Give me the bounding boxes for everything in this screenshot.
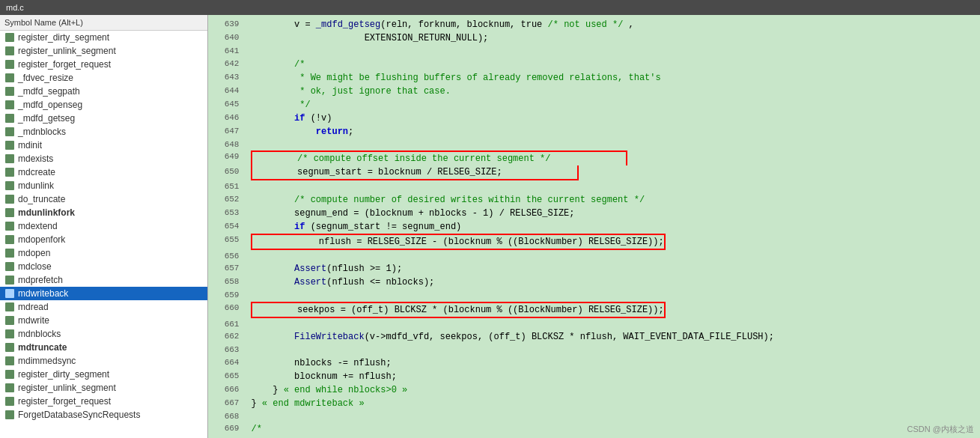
- sidebar-item-register_dirty_segment_2[interactable]: register_dirty_segment: [0, 368, 207, 381]
- code-row-639: 639 v = _mdfd_getseg(reln, forknum, bloc…: [208, 18, 980, 31]
- sidebar-item-mdwriteback[interactable]: mdwriteback: [0, 287, 207, 300]
- code-content[interactable]: 639 v = _mdfd_getseg(reln, forknum, bloc…: [208, 15, 980, 438]
- symbol-icon: [4, 342, 15, 353]
- symbol-icon: [4, 140, 15, 150]
- sidebar-item-mdclose[interactable]: mdclose: [0, 260, 207, 273]
- sidebar-item-do_truncate[interactable]: do_truncate: [0, 192, 207, 206]
- code-row-657: 657 Assert(nflush >= 1);: [208, 262, 980, 276]
- sidebar-item-label: mdtruncate: [18, 342, 67, 353]
- code-line-content: v = _mdfd_getseg(reln, forknum, blocknum…: [245, 18, 980, 31]
- sidebar-item-mdread[interactable]: mdread: [0, 300, 207, 314]
- symbol-icon: [4, 153, 15, 164]
- code-line-content: /*: [245, 58, 980, 71]
- code-line-content: [245, 180, 980, 193]
- code-row-655: 655 nflush = RELSEG_SIZE - (blocknum % (…: [208, 234, 980, 250]
- line-number: 661: [208, 318, 245, 331]
- symbol-icon: [4, 194, 15, 204]
- line-number: 641: [208, 45, 245, 58]
- sidebar-item-register_forget_request_2[interactable]: register_forget_request: [0, 395, 207, 408]
- sidebar-item-mdcreate[interactable]: mdcreate: [0, 165, 207, 179]
- code-panel: 639 v = _mdfd_getseg(reln, forknum, bloc…: [208, 15, 980, 438]
- sidebar-item-mdopen[interactable]: mdopen: [0, 246, 207, 260]
- sidebar-item-label: mdread: [18, 302, 49, 312]
- symbol-icon: [4, 167, 15, 177]
- code-row-666: 666 } « end while nblocks>0 »: [208, 383, 980, 397]
- symbol-icon: [4, 410, 15, 420]
- symbol-icon: [4, 73, 15, 83]
- sidebar-item-ForgetDatabaseSyncRequests[interactable]: ForgetDatabaseSyncRequests: [0, 408, 207, 422]
- sidebar-item-mdopenfork[interactable]: mdopenfork: [0, 233, 207, 246]
- line-number: 663: [208, 344, 245, 356]
- symbol-icon: [4, 46, 15, 56]
- symbol-icon: [4, 59, 15, 70]
- code-row-648: 648: [208, 139, 980, 151]
- code-line-content: /* compute offset inside the current seg…: [245, 150, 980, 165]
- sidebar-item-_mdfd_openseg[interactable]: _mdfd_openseg: [0, 98, 207, 112]
- line-number: 667: [208, 397, 245, 410]
- sidebar-item-label: mdinit: [18, 140, 42, 150]
- sidebar-item-label: mdunlink: [18, 180, 54, 191]
- title-bar: md.c: [0, 0, 980, 15]
- symbol-icon: [4, 234, 15, 245]
- sidebar-item-label: _mdfd_getseg: [18, 113, 75, 124]
- sidebar-item-label: register_unlink_segment: [18, 46, 116, 56]
- code-line-content: nblocks -= nflush;: [245, 356, 980, 370]
- code-line-content: segnum_start = blocknum / RELSEG_SIZE;: [245, 165, 980, 180]
- sidebar-item-mdprefetch[interactable]: mdprefetch: [0, 273, 207, 287]
- line-number: 654: [208, 220, 245, 234]
- code-row-658: 658 Assert(nflush <= nblocks);: [208, 276, 980, 289]
- sidebar-list[interactable]: register_dirty_segmentregister_unlink_se…: [0, 31, 207, 438]
- line-number: 645: [208, 98, 245, 112]
- watermark: CSDN @内核之道: [907, 424, 974, 435]
- sidebar-item-mdunlinkfork[interactable]: mdunlinkfork: [0, 206, 207, 219]
- sidebar-item-mdtruncate[interactable]: mdtruncate: [0, 341, 207, 354]
- line-number: 664: [208, 356, 245, 370]
- sidebar-item-label: mdexists: [18, 153, 53, 164]
- code-line-content: } « end mdwriteback »: [245, 397, 980, 410]
- sidebar-item-register_forget_request_1[interactable]: register_forget_request: [0, 58, 207, 71]
- code-row-668: 668: [208, 410, 980, 423]
- symbol-icon: [4, 221, 15, 231]
- code-line-content: return;: [245, 125, 980, 139]
- sidebar-item-register_unlink_segment_1[interactable]: register_unlink_segment: [0, 44, 207, 58]
- sidebar-item-mdexists[interactable]: mdexists: [0, 152, 207, 165]
- main-container: Symbol Name (Alt+L) register_dirty_segme…: [0, 15, 980, 438]
- sidebar-item-register_dirty_segment_1[interactable]: register_dirty_segment: [0, 31, 207, 44]
- code-row-659: 659: [208, 289, 980, 302]
- code-row-652: 652 /* compute number of desired writes …: [208, 193, 980, 207]
- sidebar-item-label: _mdnblocks: [18, 127, 66, 137]
- sidebar-item-mdwrite[interactable]: mdwrite: [0, 314, 207, 327]
- sidebar-header: Symbol Name (Alt+L): [0, 15, 207, 31]
- code-line-content: if (segnum_start != segnum_end): [245, 220, 980, 234]
- sidebar-item-label: register_forget_request: [18, 396, 111, 407]
- sidebar-item-_fdvec_resize[interactable]: _fdvec_resize: [0, 71, 207, 85]
- code-line-content: segnum_end = (blocknum + nblocks - 1) / …: [245, 207, 980, 220]
- code-line-content: [245, 45, 980, 58]
- sidebar-item-mdextend[interactable]: mdextend: [0, 219, 207, 233]
- sidebar: Symbol Name (Alt+L) register_dirty_segme…: [0, 15, 208, 438]
- code-line-content: [245, 344, 980, 356]
- symbol-icon: [4, 288, 15, 299]
- code-row-641: 641: [208, 45, 980, 58]
- symbol-icon: [4, 86, 15, 97]
- sidebar-item-_mdfd_getseg[interactable]: _mdfd_getseg: [0, 112, 207, 125]
- sidebar-item-_mdfd_segpath[interactable]: _mdfd_segpath: [0, 85, 207, 98]
- code-row-656: 656: [208, 250, 980, 263]
- code-line-content: * ok, just ignore that case.: [245, 85, 980, 98]
- sidebar-item-mdinit[interactable]: mdinit: [0, 139, 207, 152]
- sidebar-item-_mdnblocks[interactable]: _mdnblocks: [0, 125, 207, 139]
- sidebar-item-register_unlink_segment_2[interactable]: register_unlink_segment: [0, 381, 207, 395]
- sidebar-item-label: mdclose: [18, 261, 52, 272]
- sidebar-item-label: _mdfd_openseg: [18, 100, 82, 110]
- sidebar-item-mdunlink[interactable]: mdunlink: [0, 179, 207, 192]
- code-line-content: */: [245, 98, 980, 112]
- symbol-icon: [4, 32, 15, 43]
- sidebar-item-mdimmedsync[interactable]: mdimmedsync: [0, 354, 207, 368]
- code-row-646: 646 if (!v): [208, 112, 980, 125]
- symbol-icon: [4, 369, 15, 380]
- sidebar-item-mdnblocks[interactable]: mdnblocks: [0, 327, 207, 341]
- code-line-content: Assert(nflush >= 1);: [245, 262, 980, 276]
- line-number: 652: [208, 193, 245, 207]
- sidebar-item-label: register_unlink_segment: [18, 383, 116, 393]
- sidebar-item-label: ForgetDatabaseSyncRequests: [18, 410, 140, 420]
